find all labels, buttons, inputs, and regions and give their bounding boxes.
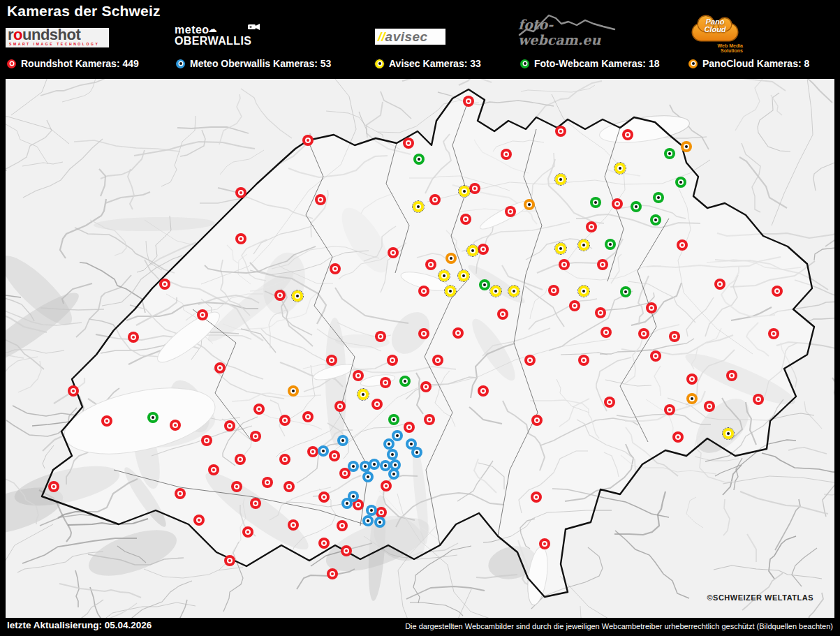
- camera-marker[interactable]: [253, 404, 265, 415]
- camera-marker[interactable]: [334, 401, 346, 412]
- camera-marker[interactable]: [555, 243, 566, 254]
- camera-marker[interactable]: [704, 401, 715, 412]
- camera-marker[interactable]: [445, 253, 457, 264]
- camera-marker[interactable]: [458, 270, 469, 281]
- camera-marker[interactable]: [452, 327, 464, 339]
- camera-marker[interactable]: [279, 415, 290, 426]
- camera-marker[interactable]: [337, 435, 348, 446]
- camera-marker[interactable]: [329, 450, 340, 461]
- camera-marker[interactable]: [68, 385, 79, 397]
- camera-marker[interactable]: [250, 498, 261, 509]
- camera-marker[interactable]: [388, 247, 399, 258]
- camera-marker[interactable]: [128, 332, 139, 343]
- camera-marker[interactable]: [369, 459, 380, 470]
- camera-marker[interactable]: [318, 445, 329, 457]
- camera-marker[interactable]: [650, 214, 661, 225]
- camera-marker[interactable]: [101, 415, 112, 427]
- camera-marker[interactable]: [288, 385, 299, 397]
- camera-marker[interactable]: [208, 464, 219, 475]
- camera-marker[interactable]: [723, 428, 734, 439]
- camera-marker[interactable]: [392, 430, 403, 441]
- avisec-logo[interactable]: //avisec: [375, 29, 445, 45]
- camera-marker[interactable]: [478, 385, 489, 397]
- camera-marker[interactable]: [664, 404, 675, 415]
- camera-marker[interactable]: [424, 414, 435, 425]
- camera-marker[interactable]: [374, 517, 385, 528]
- camera-marker[interactable]: [597, 259, 608, 270]
- camera-marker[interactable]: [559, 259, 570, 270]
- camera-marker[interactable]: [366, 505, 377, 516]
- camera-marker[interactable]: [425, 259, 436, 270]
- camera-marker[interactable]: [664, 148, 675, 159]
- camera-marker[interactable]: [497, 309, 508, 320]
- camera-marker[interactable]: [274, 290, 286, 301]
- camera-marker[interactable]: [669, 331, 680, 342]
- camera-marker[interactable]: [418, 286, 429, 297]
- camera-marker[interactable]: [337, 520, 348, 531]
- camera-marker[interactable]: [362, 515, 374, 526]
- camera-marker[interactable]: [531, 491, 542, 503]
- camera-marker[interactable]: [638, 328, 649, 339]
- camera-marker[interactable]: [242, 526, 253, 538]
- camera-marker[interactable]: [358, 389, 369, 400]
- camera-marker[interactable]: [381, 480, 392, 491]
- camera-marker[interactable]: [555, 174, 566, 185]
- camera-marker[interactable]: [686, 374, 698, 385]
- camera-marker[interactable]: [595, 307, 606, 318]
- camera-marker[interactable]: [650, 350, 661, 362]
- camera-marker[interactable]: [681, 141, 692, 152]
- camera-marker[interactable]: [235, 187, 246, 198]
- camera-marker[interactable]: [569, 300, 580, 311]
- camera-marker[interactable]: [548, 285, 559, 296]
- camera-marker[interactable]: [235, 454, 246, 465]
- panocloud-logo[interactable]: Pano Cloud Web Media Solutions: [688, 17, 753, 53]
- camera-marker[interactable]: [318, 538, 330, 549]
- camera-marker[interactable]: [404, 422, 415, 433]
- camera-marker[interactable]: [283, 481, 295, 492]
- camera-marker[interactable]: [578, 355, 589, 366]
- camera-marker[interactable]: [605, 239, 616, 250]
- camera-marker[interactable]: [413, 154, 425, 165]
- foto-webcam-logo[interactable]: foto-webcam.eu: [518, 8, 617, 49]
- camera-marker[interactable]: [467, 245, 478, 256]
- camera-marker[interactable]: [302, 411, 314, 422]
- camera-marker[interactable]: [341, 498, 353, 509]
- camera-marker[interactable]: [330, 263, 341, 274]
- camera-marker[interactable]: [604, 397, 615, 408]
- camera-marker[interactable]: [48, 481, 59, 492]
- camera-marker[interactable]: [586, 221, 597, 232]
- camera-marker[interactable]: [279, 454, 290, 465]
- camera-marker[interactable]: [620, 286, 631, 297]
- camera-marker[interactable]: [371, 399, 383, 410]
- camera-marker[interactable]: [490, 286, 501, 297]
- camera-marker[interactable]: [539, 538, 550, 549]
- camera-marker[interactable]: [341, 545, 352, 556]
- camera-marker[interactable]: [315, 194, 326, 205]
- camera-marker[interactable]: [147, 412, 159, 423]
- camera-marker[interactable]: [677, 239, 688, 251]
- camera-marker[interactable]: [411, 447, 422, 458]
- camera-marker[interactable]: [170, 420, 181, 431]
- camera-marker[interactable]: [768, 328, 779, 339]
- camera-marker[interactable]: [508, 286, 520, 297]
- camera-marker[interactable]: [387, 449, 398, 460]
- camera-marker[interactable]: [531, 415, 543, 426]
- camera-marker[interactable]: [686, 393, 698, 404]
- camera-marker[interactable]: [439, 270, 450, 281]
- camera-marker[interactable]: [505, 206, 516, 217]
- camera-marker[interactable]: [380, 377, 391, 388]
- camera-marker[interactable]: [672, 431, 684, 443]
- camera-marker[interactable]: [772, 286, 783, 297]
- camera-marker[interactable]: [387, 355, 398, 366]
- camera-marker[interactable]: [326, 355, 337, 366]
- meteo-oberwallis-logo[interactable]: meteo☁ OBERWALLIS: [175, 24, 265, 54]
- camera-marker[interactable]: [262, 477, 273, 488]
- camera-marker[interactable]: [726, 370, 737, 381]
- camera-marker[interactable]: [327, 568, 338, 579]
- camera-marker[interactable]: [578, 286, 589, 297]
- camera-marker[interactable]: [388, 414, 399, 425]
- camera-marker[interactable]: [614, 163, 626, 174]
- camera-marker[interactable]: [460, 214, 471, 225]
- camera-marker[interactable]: [288, 519, 299, 531]
- camera-marker[interactable]: [383, 438, 395, 450]
